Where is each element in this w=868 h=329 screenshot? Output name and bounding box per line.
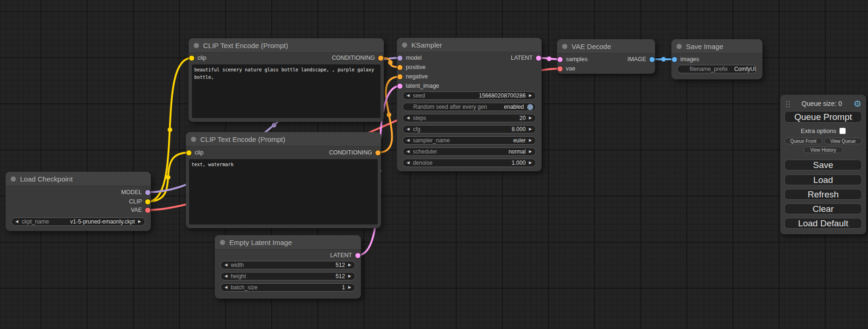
scrub-left-icon[interactable]: ◀ (407, 139, 409, 142)
extra-options-checkbox[interactable] (840, 128, 846, 134)
scrub-left-icon[interactable]: ◀ (225, 286, 227, 289)
output-port-model[interactable]: MODEL (121, 188, 150, 197)
node-title-bar[interactable]: Empty Latent Image (215, 235, 361, 250)
clip-port-dot[interactable] (145, 199, 150, 204)
vae-port-dot[interactable] (145, 208, 150, 213)
node-vae-decode[interactable]: VAE Decode samples vae IMAGE (557, 39, 655, 74)
prompt-textarea[interactable]: text, watermark (189, 159, 378, 224)
scrub-left-icon[interactable]: ◀ (407, 127, 409, 131)
scrub-left-icon[interactable]: ◀ (407, 161, 409, 165)
output-port-conditioning[interactable]: CONDITIONING (329, 148, 381, 157)
output-port-latent[interactable]: LATENT (330, 251, 360, 260)
vae-port-dot[interactable] (557, 66, 563, 71)
latent-port-dot[interactable] (536, 56, 541, 61)
steps-widget[interactable]: ◀ steps 20 ▶ (402, 114, 536, 122)
input-port-clip[interactable]: clip (186, 148, 204, 157)
scrub-right-icon[interactable]: ▶ (529, 94, 532, 98)
node-title-bar[interactable]: CLIP Text Encode (Prompt) (186, 132, 381, 147)
height-widget[interactable]: ◀ height 512 ▶ (220, 272, 355, 280)
scrub-right-icon[interactable]: ▶ (529, 161, 532, 165)
node-collapse-dot[interactable] (11, 176, 16, 182)
scrub-right-icon[interactable]: ▶ (529, 127, 532, 131)
random-seed-toggle-widget[interactable]: Random seed after every gen enabled (402, 103, 536, 111)
filename-prefix-widget[interactable]: filename_prefix ComfyUI (677, 65, 757, 73)
scrub-left-icon[interactable]: ◀ (225, 274, 227, 278)
input-port-vae[interactable]: vae (557, 64, 575, 73)
width-widget[interactable]: ◀ width 512 ▶ (220, 261, 355, 269)
load-button[interactable]: Load (784, 175, 862, 185)
seed-widget[interactable]: ◀ seed 156680208700286 ▶ (402, 91, 536, 100)
node-title-bar[interactable]: CLIP Text Encode (Prompt) (189, 38, 384, 53)
latent-port-dot[interactable] (397, 84, 402, 89)
image-port-dot[interactable] (649, 57, 655, 62)
queue-prompt-button[interactable]: Queue Prompt (784, 111, 862, 123)
drag-handle-icon[interactable] (785, 100, 790, 107)
output-port-image[interactable]: IMAGE (628, 55, 655, 64)
node-collapse-dot[interactable] (194, 43, 199, 48)
input-port-clip[interactable]: clip (189, 53, 206, 63)
batch-size-widget[interactable]: ◀ batch_size 1 ▶ (220, 283, 355, 292)
node-collapse-dot[interactable] (677, 44, 682, 49)
scrub-left-icon[interactable]: ◀ (15, 220, 18, 224)
node-empty-latent-image[interactable]: Empty Latent Image LATENT ◀ width 512 ▶ … (215, 235, 361, 299)
cfg-widget[interactable]: ◀ cfg 8.000 ▶ (402, 125, 536, 133)
clip-port-dot[interactable] (186, 150, 191, 155)
load-default-button[interactable]: Load Default (784, 218, 862, 229)
node-collapse-dot[interactable] (562, 44, 567, 49)
node-graph-canvas[interactable]: Load Checkpoint MODEL CLIP VAE ◀ ckpt_na… (0, 0, 868, 329)
input-port-positive[interactable]: positive (397, 63, 425, 72)
model-port-dot[interactable] (397, 56, 402, 61)
scrub-right-icon[interactable]: ▶ (348, 263, 351, 267)
clip-port-dot[interactable] (189, 56, 194, 61)
node-clip-text-encode-positive[interactable]: CLIP Text Encode (Prompt) clip CONDITION… (189, 38, 384, 122)
node-title-bar[interactable]: VAE Decode (557, 39, 655, 54)
save-button[interactable]: Save (784, 160, 862, 170)
node-collapse-dot[interactable] (191, 137, 196, 142)
latent-port-dot[interactable] (355, 253, 360, 258)
scrub-right-icon[interactable]: ▶ (138, 220, 141, 224)
output-port-vae[interactable]: VAE (131, 205, 150, 215)
scheduler-widget[interactable]: ◀ scheduler normal ▶ (402, 147, 536, 156)
node-collapse-dot[interactable] (402, 42, 407, 48)
input-port-latent-image[interactable]: latent_image (397, 81, 439, 91)
gear-icon[interactable]: ⚙ (854, 99, 861, 108)
refresh-button[interactable]: Refresh (784, 189, 862, 200)
input-port-negative[interactable]: negative (397, 72, 428, 81)
sampler-name-widget[interactable]: ◀ sampler_name euler ▶ (402, 136, 536, 145)
clear-button[interactable]: Clear (784, 203, 862, 214)
ckpt-name-widget[interactable]: ◀ ckpt_name v1-5-pruned-emaonly.ckpt ▶ (11, 217, 145, 226)
view-queue-button[interactable]: View Queue (824, 138, 862, 144)
conditioning-port-dot[interactable] (375, 150, 381, 155)
scrub-right-icon[interactable]: ▶ (348, 286, 351, 289)
output-port-clip[interactable]: CLIP (129, 197, 150, 206)
model-port-dot[interactable] (145, 190, 150, 195)
prompt-textarea[interactable]: beautiful scenery nature glass bottle la… (192, 64, 381, 118)
scrub-left-icon[interactable]: ◀ (225, 263, 227, 267)
node-ksampler[interactable]: KSampler model positive negative latent_… (397, 38, 542, 171)
node-load-checkpoint[interactable]: Load Checkpoint MODEL CLIP VAE ◀ ckpt_na… (6, 172, 151, 231)
latent-port-dot[interactable] (557, 57, 563, 62)
node-title-bar[interactable]: Load Checkpoint (6, 172, 151, 186)
queue-front-button[interactable]: Queue Front (784, 138, 822, 144)
scrub-left-icon[interactable]: ◀ (407, 94, 409, 98)
conditioning-port-dot[interactable] (378, 56, 383, 61)
denoise-widget[interactable]: ◀ denoise 1.000 ▶ (402, 159, 536, 167)
node-collapse-dot[interactable] (220, 240, 225, 245)
input-port-images[interactable]: images (672, 55, 699, 64)
scrub-right-icon[interactable]: ▶ (529, 116, 532, 120)
toggle-dot[interactable] (527, 104, 533, 110)
output-port-latent[interactable]: LATENT (511, 53, 541, 63)
scrub-right-icon[interactable]: ▶ (348, 274, 351, 278)
scrub-right-icon[interactable]: ▶ (529, 139, 532, 142)
node-title-bar[interactable]: Save Image (671, 39, 762, 54)
image-port-dot[interactable] (672, 57, 677, 62)
view-history-button[interactable]: View History (804, 147, 843, 153)
scrub-left-icon[interactable]: ◀ (407, 116, 409, 120)
output-port-conditioning[interactable]: CONDITIONING (332, 53, 383, 63)
input-port-samples[interactable]: samples (557, 55, 588, 64)
node-title-bar[interactable]: KSampler (397, 38, 542, 52)
node-clip-text-encode-negative[interactable]: CLIP Text Encode (Prompt) clip CONDITION… (186, 132, 381, 228)
node-save-image[interactable]: Save Image images filename_prefix ComfyU… (671, 39, 762, 79)
scrub-right-icon[interactable]: ▶ (529, 150, 532, 154)
conditioning-port-dot[interactable] (397, 74, 402, 79)
